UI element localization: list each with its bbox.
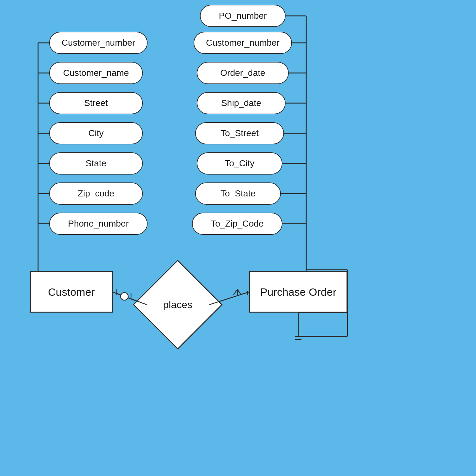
attr-to-street: To_Street (195, 122, 284, 144)
attr-to-state: To_State (195, 182, 281, 205)
attr-po-number: PO_number (200, 5, 286, 27)
attr-po-customer-number: Customer_number (194, 32, 292, 54)
attr-ship-date: Ship_date (197, 92, 286, 114)
attr-city: City (49, 122, 143, 144)
attr-to-zip-code: To_Zip_Code (192, 213, 282, 235)
attr-phone-number: Phone_number (49, 213, 148, 235)
attr-customer-number: Customer_number (49, 32, 148, 54)
purchase-order-entity: Purchase Order (249, 271, 347, 313)
attr-to-city: To_City (197, 152, 282, 175)
attr-street: Street (49, 92, 143, 114)
places-relationship: places (146, 273, 209, 336)
svg-line-60 (237, 289, 241, 295)
svg-line-61 (234, 289, 237, 295)
diagram-container: Customer_number Customer_name Street Cit… (0, 0, 476, 476)
attr-customer-name: Customer_name (49, 62, 143, 84)
attr-zip-code: Zip_code (49, 182, 143, 205)
attr-state: State (49, 152, 143, 175)
customer-entity: Customer (30, 271, 113, 313)
attr-order-date: Order_date (197, 62, 289, 84)
svg-point-56 (121, 293, 128, 300)
